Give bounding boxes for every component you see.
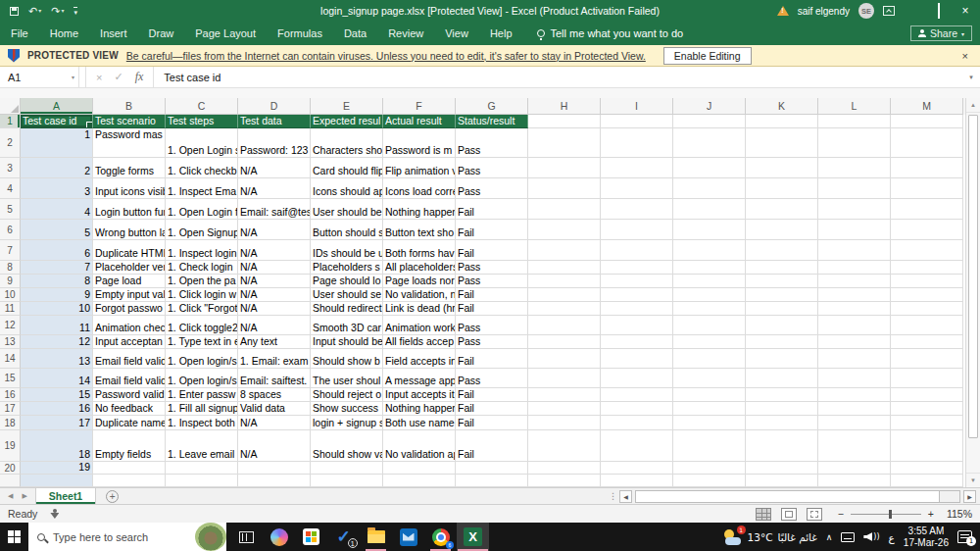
cell-C12[interactable]: 1. Click toggle2 [166, 316, 238, 335]
cell-H13[interactable] [528, 335, 601, 349]
cell-H3[interactable] [528, 158, 601, 178]
cell-B20[interactable] [93, 462, 166, 475]
protected-view-close-icon[interactable]: × [962, 50, 972, 62]
cell-L4[interactable] [818, 178, 891, 199]
cell-D15[interactable]: Email: saiftest. [238, 369, 311, 388]
row-header-18[interactable]: 18 [0, 416, 21, 430]
ribbon-tab-file[interactable]: File [0, 22, 39, 45]
cell-B9[interactable]: Page load [93, 275, 166, 288]
cell-H7[interactable] [528, 240, 601, 261]
cell-G3[interactable]: Pass [456, 158, 528, 178]
cell-M[interactable] [891, 475, 963, 487]
clock[interactable]: 3:55 AM 17-Mar-26 [904, 526, 949, 549]
cell-H19[interactable] [528, 430, 601, 462]
cell-K11[interactable] [746, 302, 818, 316]
ribbon-tab-view[interactable]: View [434, 22, 479, 45]
next-sheet-icon[interactable]: ▶ [22, 492, 26, 500]
zoom-level[interactable]: 115% [941, 508, 972, 520]
cell-L16[interactable] [818, 388, 891, 402]
row-header-3[interactable]: 3 [0, 158, 21, 178]
cell-J6[interactable] [673, 220, 746, 240]
cell-B18[interactable]: Duplicate name [93, 416, 166, 430]
cell-J9[interactable] [673, 275, 746, 288]
name-box[interactable]: A1 ▾ [0, 67, 79, 87]
column-header-I[interactable]: I [601, 98, 673, 115]
cell-M5[interactable] [891, 199, 963, 220]
horizontal-scrollbar[interactable] [635, 490, 960, 503]
cell-H18[interactable] [528, 416, 601, 430]
cell-F20[interactable] [383, 462, 456, 475]
cell-A17[interactable]: 16 [21, 402, 93, 416]
ribbon-tab-page-layout[interactable]: Page Layout [184, 22, 267, 45]
cell-G12[interactable]: Pass [456, 316, 528, 335]
weather-widget[interactable]: 1 13°C غائم غالبًا [723, 529, 817, 545]
new-sheet-button[interactable]: + [106, 490, 119, 503]
cell-I17[interactable] [601, 402, 673, 416]
column-header-H[interactable]: H [528, 98, 601, 115]
redo-icon[interactable]: ↷▾ [51, 6, 64, 17]
enter-check-icon[interactable]: ✓ [114, 71, 122, 83]
cell-B10[interactable]: Empty input val [93, 288, 166, 302]
row-header-12[interactable]: 12 [0, 316, 21, 335]
prev-sheet-icon[interactable]: ◀ [8, 492, 13, 500]
cell-H11[interactable] [528, 302, 601, 316]
cell-G2[interactable]: Pass [456, 128, 528, 158]
store-button[interactable] [295, 523, 327, 551]
cell-E[interactable] [311, 475, 383, 487]
cell-M14[interactable] [891, 349, 963, 369]
cell-J20[interactable] [673, 462, 746, 475]
cell-L5[interactable] [818, 199, 891, 220]
cell-H4[interactable] [528, 178, 601, 199]
cell-F13[interactable]: All fields accep [383, 335, 456, 349]
cell-D9[interactable]: N/A [238, 275, 311, 288]
cell-D20[interactable] [238, 462, 311, 475]
cell-C16[interactable]: 1. Enter passw [166, 388, 238, 402]
cell-L13[interactable] [818, 335, 891, 349]
cell-M3[interactable] [891, 158, 963, 178]
scroll-right-icon[interactable]: ▶ [963, 490, 976, 503]
cell-I10[interactable] [601, 288, 673, 302]
cell-L20[interactable] [818, 462, 891, 475]
cell-J14[interactable] [673, 349, 746, 369]
cell-F1[interactable]: Actual result [383, 115, 456, 128]
cell-B15[interactable]: Email field valid [93, 369, 166, 388]
cell-J2[interactable] [673, 128, 746, 158]
cell-B7[interactable]: Duplicate HTML [93, 240, 166, 261]
cell-J1[interactable] [673, 115, 746, 128]
cell-M12[interactable] [891, 316, 963, 335]
cell-K13[interactable] [746, 335, 818, 349]
cell-I6[interactable] [601, 220, 673, 240]
cell-E19[interactable]: Should show va [311, 430, 383, 462]
zoom-slider[interactable] [851, 514, 921, 515]
cell-I16[interactable] [601, 388, 673, 402]
row-header-partial[interactable] [0, 475, 21, 487]
ribbon-tab-help[interactable]: Help [479, 22, 523, 45]
cell-F6[interactable]: Button text sho [383, 220, 456, 240]
cell-E4[interactable]: Icons should ap [311, 178, 383, 199]
cell-L[interactable] [818, 475, 891, 487]
cell-H6[interactable] [528, 220, 601, 240]
row-header-2[interactable]: 2 [0, 128, 21, 158]
cell-K3[interactable] [746, 158, 818, 178]
cell-L10[interactable] [818, 288, 891, 302]
cell-D[interactable] [238, 475, 311, 487]
cell-K4[interactable] [746, 178, 818, 199]
cell-B4[interactable]: Input icons visib [93, 178, 166, 199]
page-break-view-button[interactable] [807, 508, 822, 521]
expand-formula-bar-icon[interactable]: ▾ [962, 67, 980, 87]
cell-J15[interactable] [673, 369, 746, 388]
taskbar-search-input[interactable]: Type here to search [28, 523, 226, 551]
restore-button[interactable] [930, 4, 948, 18]
tab-scroll-splitter[interactable]: ⋮ [609, 491, 616, 501]
cell-E7[interactable]: IDs should be u [311, 240, 383, 261]
cell-G[interactable] [456, 475, 528, 487]
cell-I20[interactable] [601, 462, 673, 475]
cell-I14[interactable] [601, 349, 673, 369]
cell-L14[interactable] [818, 349, 891, 369]
cell-I3[interactable] [601, 158, 673, 178]
speaker-icon[interactable]: )) [863, 532, 879, 541]
cell-J10[interactable] [673, 288, 746, 302]
cell-M1[interactable] [891, 115, 963, 128]
cell-A2[interactable]: 1 [21, 128, 93, 158]
cell-A8[interactable]: 7 [21, 261, 93, 275]
